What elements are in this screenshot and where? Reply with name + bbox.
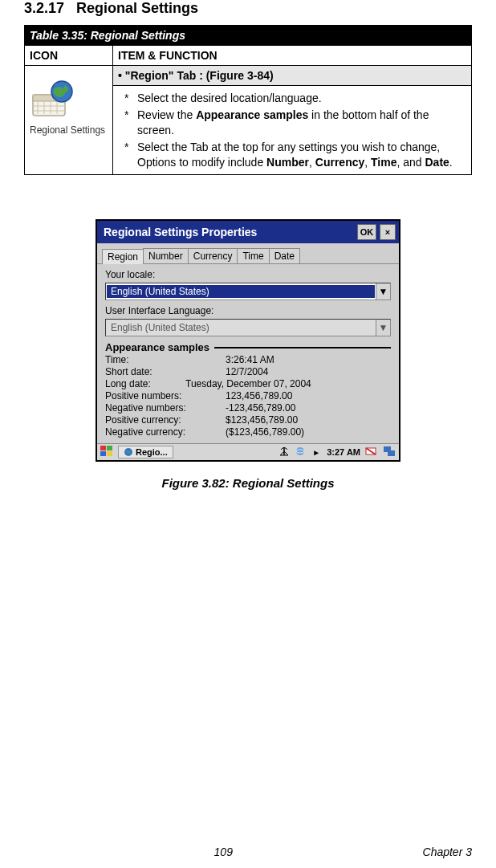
section-heading: 3.2.17 Regional Settings <box>24 0 472 17</box>
chevron-down-icon: ▼ <box>376 320 390 336</box>
tab-region[interactable]: Region <box>102 249 144 264</box>
start-icon[interactable] <box>100 446 113 458</box>
locale-select[interactable]: English (United States) ▼ <box>105 283 391 300</box>
chevron-down-icon: ▼ <box>376 283 390 300</box>
posnum-label: Positive numbers: <box>105 390 226 401</box>
negcur-label: Negative currency: <box>105 426 226 438</box>
page-footer: 109 Chapter 3 <box>24 846 472 858</box>
tab-number[interactable]: Number <box>143 248 189 263</box>
bullet-2: Review the Appearance samples in the bot… <box>137 108 466 138</box>
svg-rect-20 <box>388 450 395 456</box>
tab-currency[interactable]: Currency <box>188 248 238 263</box>
tab-strip: Region Number Currency Time Date <box>97 243 399 264</box>
ok-button[interactable]: OK <box>357 224 376 240</box>
taskbar-clock: 3:27 AM <box>327 447 360 457</box>
regional-settings-icon <box>30 79 76 121</box>
region-tab-header: • "Region" Tab : (Figure 3-84) <box>113 66 472 86</box>
poscur-value: $123,456,789.00 <box>226 414 298 426</box>
negnum-label: Negative numbers: <box>105 402 226 414</box>
battery-icon[interactable] <box>365 446 378 458</box>
tab-date[interactable]: Date <box>269 248 300 263</box>
shortdate-value: 12/7/2004 <box>226 366 268 377</box>
uilang-select: English (United States) ▼ <box>105 319 391 336</box>
function-cell: *Select the desired location/language. *… <box>113 86 472 175</box>
longdate-value: Tuesday, December 07, 2004 <box>185 378 391 389</box>
dialog-title: Regional Settings Properties <box>104 226 354 238</box>
locale-value: English (United States) <box>107 285 375 298</box>
uilang-label: User Interface Language: <box>105 305 391 316</box>
negnum-value: -123,456,789.00 <box>226 402 295 414</box>
bullet-1: Select the desired location/language. <box>137 91 322 106</box>
time-label: Time: <box>105 354 226 365</box>
icon-cell: Regional Settings <box>25 66 113 175</box>
appearance-heading: Appearance samples <box>105 341 391 353</box>
shortdate-label: Short date: <box>105 366 226 377</box>
antenna-icon[interactable] <box>278 446 290 458</box>
taskbar: Regio... ► 3:27 AM <box>97 443 399 460</box>
time-value: 3:26:41 AM <box>226 354 274 365</box>
locale-label: Your locale: <box>105 269 391 280</box>
chapter-label: Chapter 3 <box>423 846 472 858</box>
icon-caption: Regional Settings <box>30 124 108 136</box>
negcur-value: ($123,456,789.00) <box>226 426 304 438</box>
col-header-icon: ICON <box>25 46 113 66</box>
page-number: 109 <box>214 846 233 858</box>
bullet-3: Select the Tab at the top for any settin… <box>137 140 466 170</box>
network-icon[interactable] <box>295 446 306 458</box>
section-title-text: Regional Settings <box>76 0 198 16</box>
svg-rect-12 <box>107 451 112 456</box>
close-button[interactable]: × <box>380 224 396 240</box>
table-caption: Table 3.35: Regional Settings <box>25 26 472 46</box>
svg-rect-10 <box>107 446 112 450</box>
tab-time[interactable]: Time <box>237 248 269 263</box>
poscur-label: Positive currency: <box>105 414 226 426</box>
figure-caption: Figure 3.82: Regional Settings <box>24 476 472 490</box>
taskbar-app[interactable]: Regio... <box>118 446 173 458</box>
longdate-label: Long date: <box>105 378 185 389</box>
clock-arrow-icon: ► <box>311 448 322 457</box>
regional-settings-table: Table 3.35: Regional Settings ICON ITEM … <box>24 25 472 175</box>
section-number: 3.2.17 <box>24 0 64 16</box>
uilang-value: English (United States) <box>106 322 376 333</box>
desktop-icon[interactable] <box>383 446 396 458</box>
svg-point-15 <box>296 447 304 455</box>
dialog-titlebar: Regional Settings Properties OK × <box>97 221 399 243</box>
svg-rect-11 <box>100 451 106 456</box>
posnum-value: 123,456,789.00 <box>226 390 292 401</box>
svg-rect-9 <box>100 446 106 450</box>
col-header-item: ITEM & FUNCTION <box>113 46 472 66</box>
screenshot-dialog: Regional Settings Properties OK × Region… <box>96 219 400 462</box>
